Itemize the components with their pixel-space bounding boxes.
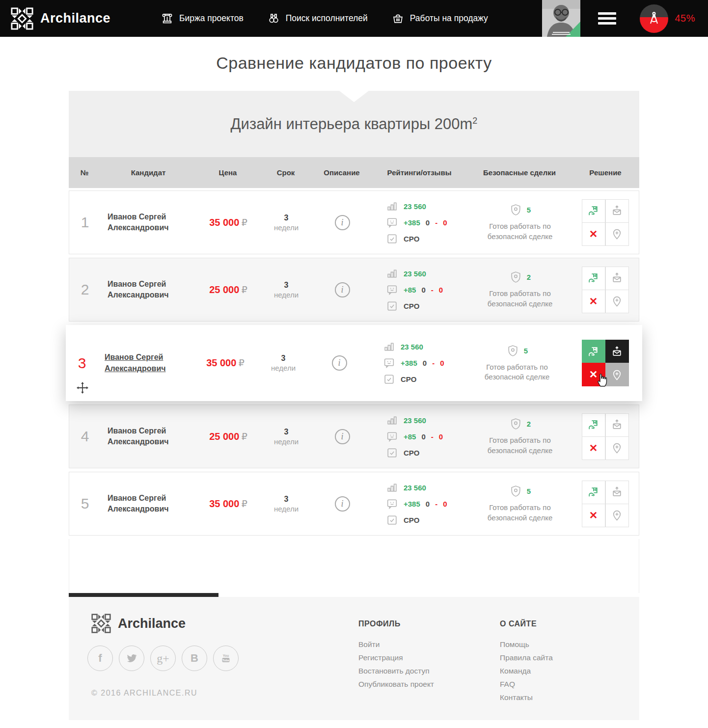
send-message-button[interactable] (605, 267, 629, 290)
footer-link[interactable]: Контакты (500, 693, 553, 702)
bar-chart-icon (386, 268, 398, 280)
rating-negative: 0 (443, 218, 447, 227)
menu-icon[interactable] (598, 12, 616, 25)
vk-icon[interactable]: B (182, 646, 207, 671)
views-line: 23 560 (386, 414, 468, 427)
reject-button[interactable]: ✕ (582, 290, 605, 313)
footer-link[interactable]: Регистрация (358, 653, 500, 662)
table-row: 3 Иванов Сергей Александрович 35 000 ₽ 3… (66, 325, 642, 401)
column-header: Цена (196, 168, 259, 177)
page-title: Сравнение кандидатов по проекту (0, 54, 708, 73)
candidate-name[interactable]: Иванов Сергей Александрович (101, 493, 187, 515)
column-header: Рейтинги/отзывы (371, 168, 467, 177)
rating-negative: 0 (443, 500, 447, 508)
term-value: 3 (260, 214, 313, 222)
add-location-icon (611, 509, 623, 521)
google-plus-icon[interactable]: g+ (150, 646, 176, 671)
shield-icon (509, 417, 522, 431)
table-row: 4 Иванов Сергей Александрович 25 000 ₽ 3… (69, 404, 639, 468)
hire-button[interactable] (582, 413, 605, 437)
add-location-button[interactable] (605, 222, 629, 246)
info-icon[interactable]: i (335, 496, 350, 512)
hire-button[interactable] (582, 267, 605, 290)
shield-icon (509, 270, 522, 284)
social-links: f g+ B YouTube (87, 646, 358, 671)
youtube-icon[interactable]: YouTube (213, 646, 239, 671)
nav-item-search-executors[interactable]: Поиск исполнителей (267, 12, 368, 25)
footer-link[interactable]: FAQ (500, 680, 553, 689)
footer-left: Archilance f g+ B YouTube © 2016 ARCHILA… (87, 614, 358, 720)
send-message-button[interactable] (605, 413, 629, 437)
candidate-name[interactable]: Иванов Сергей Александрович (101, 212, 187, 234)
reviews-line: +85 0 - 0 (386, 284, 468, 296)
footer-link[interactable]: Войти (358, 640, 500, 649)
add-location-button[interactable] (605, 436, 629, 460)
footer-links-column: О САЙТЕ ПомощьПравила сайтаКомандаFAQКон… (500, 614, 553, 720)
rating-cell: 23 560 +85 0 - 0 СРО (372, 268, 468, 312)
brand[interactable]: Archilance (11, 7, 110, 30)
info-icon[interactable]: i (332, 355, 347, 371)
header-right: 45% (542, 0, 708, 37)
twitter-icon[interactable] (119, 646, 144, 671)
send-message-button[interactable] (605, 481, 629, 504)
term-unit: недели (257, 364, 310, 372)
reject-icon: ✕ (589, 510, 598, 521)
info-icon[interactable]: i (335, 215, 350, 230)
facebook-icon[interactable]: f (87, 646, 113, 671)
footer-link[interactable]: Помощь (500, 640, 553, 649)
nav-item-works-for-sale[interactable]: Работы на продажу (391, 12, 488, 25)
send-message-button[interactable] (605, 340, 629, 363)
footer: Archilance f g+ B YouTube © 2016 ARCHILA… (69, 597, 639, 720)
title-section: Сравнение кандидатов по проекту (0, 37, 708, 91)
add-location-button[interactable] (605, 290, 629, 313)
hire-icon (587, 272, 599, 284)
main-nav: Биржа проектов Поиск исполнителей Работы… (161, 12, 488, 25)
term-unit: недели (260, 437, 313, 446)
copyright: © 2016 ARCHILANCE.RU (91, 689, 358, 698)
footer-link[interactable]: Опубликовать проект (358, 680, 500, 689)
sro-label: СРО (404, 302, 419, 310)
currency-symbol: ₽ (239, 357, 245, 368)
candidate-name[interactable]: Иванов Сергей Александрович (101, 279, 187, 301)
row-number: 2 (69, 281, 101, 298)
banner-notch (339, 91, 369, 102)
info-icon[interactable]: i (335, 282, 350, 297)
footer-link[interactable]: Правила сайта (500, 653, 553, 662)
bar-chart-icon (386, 414, 398, 427)
user-avatar[interactable] (542, 0, 580, 37)
price-value: 25 000 (209, 431, 239, 442)
reject-button[interactable]: ✕ (582, 222, 605, 246)
candidate-name[interactable]: Иванов Сергей Александрович (98, 352, 184, 374)
price-value: 35 000 (206, 357, 236, 368)
price-cell: 35 000 ₽ (194, 357, 257, 369)
project-banner: Дизайн интерьера квартиры 200m2 (69, 91, 639, 157)
footer-link[interactable]: Команда (500, 667, 553, 675)
content-spacer (69, 539, 639, 593)
footer-brand[interactable]: Archilance (91, 614, 358, 633)
hire-button[interactable] (582, 340, 605, 363)
reject-button[interactable]: ✕ (582, 504, 605, 527)
currency-symbol: ₽ (242, 431, 247, 442)
profile-progress-badge[interactable] (640, 4, 668, 33)
hire-button[interactable] (582, 199, 605, 223)
description-cell: i (313, 496, 372, 512)
checkbox-icon (386, 514, 398, 526)
price-value: 35 000 (209, 217, 239, 228)
send-message-button[interactable] (605, 199, 629, 223)
footer-link[interactable]: Востановить доступ (358, 667, 500, 675)
deals-text: Готов работать по безопасной сделке (477, 435, 563, 456)
table-row: 1 Иванов Сергей Александрович 35 000 ₽ 3… (69, 190, 639, 254)
bar-chart-icon (386, 482, 398, 494)
add-location-icon (611, 369, 623, 381)
footer-accent-bar (69, 593, 218, 597)
decision-cell: ✕ (572, 413, 639, 459)
info-icon[interactable]: i (335, 429, 350, 444)
avatar-image (542, 0, 580, 37)
hire-button[interactable] (582, 481, 605, 504)
reject-button[interactable]: ✕ (582, 436, 605, 460)
table-header: №КандидатЦенаСрокОписаниеРейтинги/отзывы… (69, 157, 639, 188)
nav-item-projects[interactable]: Биржа проектов (161, 12, 244, 25)
add-location-button[interactable] (605, 504, 629, 527)
candidate-name[interactable]: Иванов Сергей Александрович (101, 426, 187, 448)
deals-count: 5 (524, 347, 528, 355)
